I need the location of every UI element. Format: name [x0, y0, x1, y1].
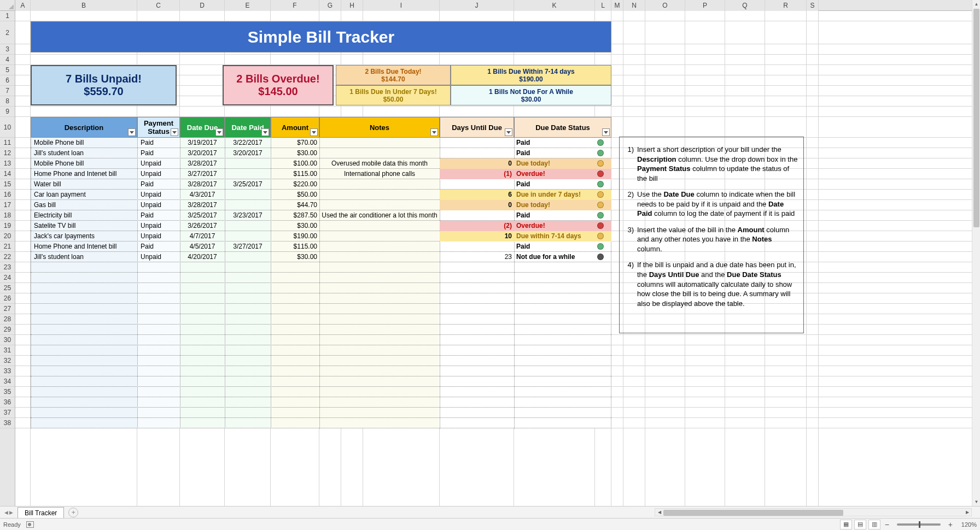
cell-amount[interactable]: $44.70	[271, 200, 319, 210]
cell-days-until-due[interactable]	[440, 242, 514, 252]
cell-description[interactable]: Home Phone and Intenet bill	[31, 242, 137, 252]
cell-date-paid[interactable]	[225, 231, 271, 242]
row-header[interactable]: 17	[0, 200, 15, 210]
cell-date-due[interactable]: 3/26/2017	[180, 221, 225, 231]
cell-date-due[interactable]: 3/28/2017	[180, 179, 225, 190]
row-header[interactable]: 6	[0, 75, 15, 86]
column-header[interactable]: I	[363, 0, 440, 11]
cell-amount[interactable]: $115.00	[271, 242, 319, 252]
row-header[interactable]: 34	[0, 376, 15, 387]
row-header[interactable]: 16	[0, 190, 15, 200]
view-normal-button[interactable]: ▦	[840, 520, 852, 529]
header-payment-status-filter[interactable]	[171, 128, 178, 136]
select-all-corner[interactable]	[0, 0, 15, 11]
cell-description[interactable]: Satelite TV bill	[31, 221, 137, 231]
cell-amount[interactable]: $70.00	[271, 138, 319, 148]
column-header[interactable]: E	[225, 0, 271, 11]
header-description-filter[interactable]	[128, 128, 136, 136]
cell-amount[interactable]: $190.00	[271, 231, 319, 242]
row-header[interactable]: 4	[0, 55, 15, 65]
cell-description[interactable]: Jill's student loan	[31, 148, 137, 158]
row-header[interactable]: 36	[0, 397, 15, 408]
cell-description[interactable]: Electricity bill	[31, 210, 137, 221]
cell-payment-status[interactable]: Unpaid	[137, 190, 180, 200]
cell-notes[interactable]	[319, 221, 440, 231]
zoom-level[interactable]: 120%	[957, 521, 977, 528]
cell-notes[interactable]	[319, 148, 440, 158]
row-header[interactable]: 32	[0, 356, 15, 366]
cell-days-until-due[interactable]	[440, 138, 514, 148]
cell-amount[interactable]: $30.00	[271, 221, 319, 231]
cell-days-until-due[interactable]	[440, 148, 514, 158]
row-header[interactable]: 14	[0, 169, 15, 179]
cell-days-until-due[interactable]: 6	[440, 190, 514, 200]
row-header[interactable]: 8	[0, 96, 15, 107]
row-header[interactable]: 9	[0, 107, 15, 117]
macro-record-icon[interactable]	[26, 521, 34, 528]
zoom-out-button[interactable]: −	[883, 520, 891, 529]
cell-amount[interactable]: $220.00	[271, 179, 319, 190]
row-header[interactable]: 5	[0, 65, 15, 75]
row-header[interactable]: 38	[0, 418, 15, 428]
cell-payment-status[interactable]: Unpaid	[137, 169, 180, 179]
header-notes-filter[interactable]	[430, 128, 438, 136]
row-header[interactable]: 15	[0, 179, 15, 190]
column-header[interactable]: J	[440, 0, 514, 11]
cell-date-due[interactable]: 3/19/2017	[180, 138, 225, 148]
cell-days-until-due[interactable]: 0	[440, 200, 514, 210]
cell-amount[interactable]: $115.00	[271, 169, 319, 179]
row-header[interactable]: 24	[0, 273, 15, 283]
row-header[interactable]: 31	[0, 345, 15, 356]
row-header[interactable]: 3	[0, 44, 15, 55]
cell-description[interactable]: Jill's student loan	[31, 252, 137, 262]
cell-payment-status[interactable]: Paid	[137, 138, 180, 148]
cell-date-paid[interactable]: 3/25/2017	[225, 179, 271, 190]
cell-date-due[interactable]: 4/20/2017	[180, 252, 225, 262]
cell-amount[interactable]: $50.00	[271, 190, 319, 200]
cell-days-until-due[interactable]: 23	[440, 252, 514, 262]
cell-date-due[interactable]: 3/28/2017	[180, 200, 225, 210]
row-header[interactable]: 35	[0, 387, 15, 397]
column-header[interactable]: F	[271, 0, 319, 11]
cell-notes[interactable]	[319, 200, 440, 210]
cell-payment-status[interactable]: Unpaid	[137, 200, 180, 210]
cell-payment-status[interactable]: Paid	[137, 148, 180, 158]
cell-date-paid[interactable]: 3/22/2017	[225, 138, 271, 148]
cell-date-due[interactable]: 3/20/2017	[180, 148, 225, 158]
vscroll-thumb[interactable]	[973, 9, 979, 227]
cell-days-until-due[interactable]	[440, 179, 514, 190]
cell-date-paid[interactable]: 3/20/2017	[225, 148, 271, 158]
sheet-tab-active[interactable]: Bill Tracker	[18, 507, 64, 518]
cell-due-date-status[interactable]: Due within 7-14 days	[514, 231, 602, 242]
cell-payment-status[interactable]: Unpaid	[137, 231, 180, 242]
scroll-right-icon[interactable]: ▶	[963, 510, 971, 515]
column-header[interactable]: P	[685, 0, 725, 11]
cell-description[interactable]: Car loan payment	[31, 190, 137, 200]
cell-date-due[interactable]: 3/25/2017	[180, 210, 225, 221]
column-header[interactable]: C	[137, 0, 180, 11]
tab-nav[interactable]: ◀ ▶	[4, 510, 18, 515]
header-days-until-due-filter[interactable]	[505, 128, 512, 136]
cell-due-date-status[interactable]: Paid	[514, 242, 602, 252]
cell-due-date-status[interactable]: Due today!	[514, 200, 602, 210]
zoom-in-button[interactable]: +	[946, 520, 955, 529]
cell-date-due[interactable]: 3/28/2017	[180, 158, 225, 169]
cell-notes[interactable]	[319, 252, 440, 262]
cell-due-date-status[interactable]: Not due for a while	[514, 252, 602, 262]
cell-days-until-due[interactable]: 10	[440, 231, 514, 242]
cell-date-due[interactable]: 4/5/2017	[180, 242, 225, 252]
cell-notes[interactable]: International phone calls	[319, 169, 440, 179]
row-header[interactable]: 7	[0, 86, 15, 96]
column-header[interactable]: N	[623, 0, 645, 11]
row-header[interactable]: 28	[0, 314, 15, 325]
row-header[interactable]: 13	[0, 158, 15, 169]
cell-date-paid[interactable]: 3/23/2017	[225, 210, 271, 221]
header-date-paid-filter[interactable]	[261, 128, 269, 136]
cell-payment-status[interactable]: Paid	[137, 179, 180, 190]
column-header[interactable]: Q	[725, 0, 765, 11]
cell-payment-status[interactable]: Unpaid	[137, 221, 180, 231]
cell-date-due[interactable]: 4/3/2017	[180, 190, 225, 200]
cell-date-paid[interactable]	[225, 169, 271, 179]
cell-date-paid[interactable]: 3/27/2017	[225, 242, 271, 252]
cell-payment-status[interactable]: Paid	[137, 210, 180, 221]
